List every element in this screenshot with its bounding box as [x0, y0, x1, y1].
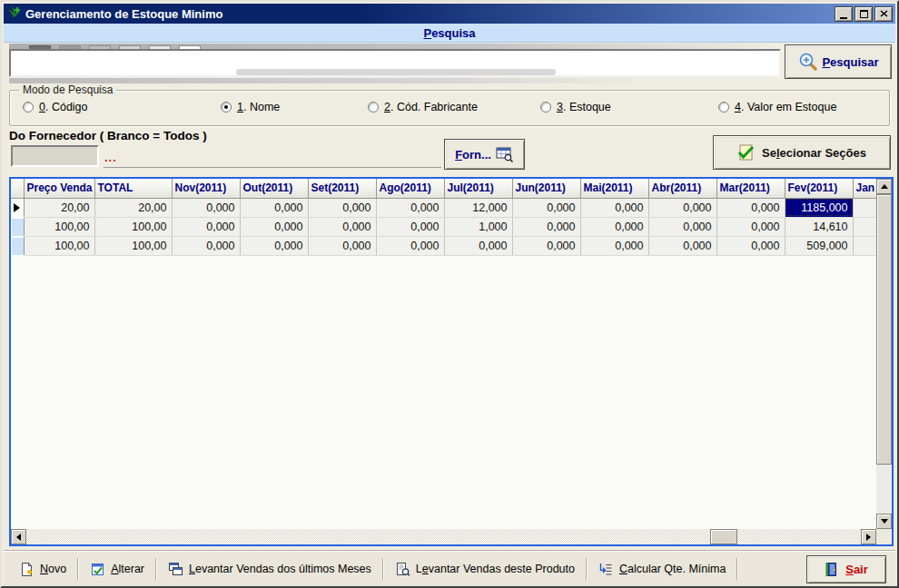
- forn-button[interactable]: Forn...: [444, 139, 525, 170]
- alterar-button[interactable]: Alterar: [84, 558, 151, 581]
- column-header[interactable]: Ago(2011): [376, 179, 444, 198]
- radio-option-estoque[interactable]: 3. Estoque: [540, 101, 611, 113]
- scroll-up-button[interactable]: [876, 179, 892, 194]
- calcular-qte-minima-button-label: Calcular Qte. Mínima: [619, 563, 726, 575]
- levantar-vendas-ultimos-meses-button[interactable]: Levantar Vendas dos últimos Meses: [162, 558, 378, 581]
- column-header[interactable]: Out(2011): [240, 179, 308, 198]
- grid-cell[interactable]: 509,000: [785, 236, 853, 255]
- radio-option-codigo[interactable]: 0. Código: [23, 101, 88, 113]
- grid-cell[interactable]: 0,000: [648, 217, 716, 236]
- row-indicator-cell[interactable]: [11, 198, 24, 217]
- selecionar-secoes-button[interactable]: Selecionar Seções: [713, 135, 891, 170]
- radio-button[interactable]: [368, 102, 379, 113]
- title-bar: Gerenciamento de Estoque Minimo: [4, 4, 895, 24]
- grid-cell[interactable]: 0,000: [580, 198, 648, 217]
- radio-button[interactable]: [540, 102, 551, 113]
- radio-option-valor-em-estoque-label: 4. Valor em Estoque: [735, 101, 836, 113]
- grid-cell[interactable]: 0,000: [308, 236, 376, 255]
- novo-button[interactable]: Novo: [13, 558, 73, 581]
- grid-cell[interactable]: [853, 236, 876, 255]
- horizontal-scrollbar[interactable]: [11, 529, 876, 544]
- column-header[interactable]: TOTAL: [94, 179, 172, 198]
- grid-cell[interactable]: 0,000: [716, 217, 785, 236]
- radio-button[interactable]: [23, 102, 34, 113]
- close-button[interactable]: [874, 6, 893, 22]
- scroll-down-button[interactable]: [876, 514, 892, 529]
- maximize-button[interactable]: [855, 6, 873, 22]
- scroll-right-button[interactable]: [861, 529, 876, 544]
- grid-cell[interactable]: 0,000: [648, 198, 716, 217]
- row-indicator-cell[interactable]: [11, 217, 24, 236]
- grid-cell[interactable]: 0,000: [580, 236, 648, 255]
- column-header[interactable]: Abr(2011): [648, 179, 716, 198]
- column-header[interactable]: Fev(2011): [785, 179, 853, 198]
- grid-cell[interactable]: 1,000: [444, 217, 512, 236]
- grid-cell[interactable]: [853, 217, 876, 236]
- scroll-left-button[interactable]: [11, 529, 26, 544]
- selecionar-secoes-label: Selecionar Seções: [762, 146, 866, 160]
- radio-option-valor-em-estoque[interactable]: 4. Valor em Estoque: [718, 101, 836, 113]
- grid-cell[interactable]: 0,000: [308, 198, 376, 217]
- plant-icon: [6, 6, 21, 21]
- grid-cell[interactable]: 100,00: [24, 236, 94, 255]
- grid-cell[interactable]: 100,00: [24, 217, 94, 236]
- fornecedor-input[interactable]: [11, 145, 99, 167]
- grid-cell[interactable]: 0,000: [512, 198, 580, 217]
- column-header[interactable]: Set(2011): [308, 179, 376, 198]
- column-header[interactable]: Jun(2011): [512, 179, 580, 198]
- row-indicator-cell[interactable]: [11, 236, 24, 255]
- input-scrollbar-thumb[interactable]: [236, 69, 556, 75]
- radio-button[interactable]: [221, 102, 232, 113]
- grid-cell[interactable]: [853, 198, 876, 217]
- data-grid: Preço VendaTOTALNov(2011)Out(2011)Set(20…: [9, 177, 894, 546]
- grid-cell[interactable]: 0,000: [716, 236, 785, 255]
- toolbar-separator: [586, 558, 588, 580]
- magnifier-plus-icon: [797, 51, 819, 73]
- column-header[interactable]: Mai(2011): [580, 179, 648, 198]
- radio-option-cod-fabricante[interactable]: 2. Cód. Fabricante: [368, 101, 478, 113]
- column-header[interactable]: Nov(2011): [172, 179, 240, 198]
- grid-cell[interactable]: 0,000: [376, 198, 444, 217]
- grid-cell[interactable]: 0,000: [240, 198, 308, 217]
- grid-cell[interactable]: 0,000: [512, 217, 580, 236]
- grid-cell[interactable]: 0,000: [240, 236, 308, 255]
- fornecedor-underline: [104, 167, 441, 168]
- grid-cell[interactable]: 20,00: [94, 198, 172, 217]
- column-header[interactable]: Mar(2011): [716, 179, 785, 198]
- grid-cell[interactable]: 0,000: [444, 236, 512, 255]
- grid-cell[interactable]: 100,00: [94, 217, 172, 236]
- column-header[interactable]: Jul(2011): [444, 179, 512, 198]
- grid-cell[interactable]: 0,000: [172, 236, 240, 255]
- radio-button[interactable]: [718, 102, 729, 113]
- radio-option-nome[interactable]: 1. Nome: [221, 101, 280, 113]
- grid-cell[interactable]: 0,000: [512, 236, 580, 255]
- v-scroll-thumb[interactable]: [876, 194, 892, 465]
- pesquisar-button[interactable]: Pesquisar: [785, 44, 892, 79]
- radio-option-estoque-label: 3. Estoque: [557, 101, 611, 113]
- grid-cell[interactable]: 0,000: [172, 217, 240, 236]
- h-scroll-thumb[interactable]: [710, 529, 737, 544]
- toolbar-separator: [736, 558, 738, 580]
- grid-cell[interactable]: 0,000: [376, 217, 444, 236]
- minimize-button[interactable]: [835, 6, 853, 22]
- grid-cell[interactable]: 0,000: [308, 217, 376, 236]
- grid-cell[interactable]: 0,000: [648, 236, 716, 255]
- selected-cell[interactable]: 1185,000: [785, 198, 853, 217]
- levantar-vendas-deste-produto-button[interactable]: Levantar Vendas deste Produto: [389, 558, 581, 581]
- grid-cell[interactable]: 0,000: [716, 198, 785, 217]
- grid-cell[interactable]: 100,00: [94, 236, 172, 255]
- grid-cell[interactable]: 0,000: [376, 236, 444, 255]
- column-header[interactable]: Preço Venda: [24, 179, 94, 198]
- column-header[interactable]: Jan: [853, 179, 876, 198]
- checkbox-icon: [90, 562, 105, 577]
- calcular-qte-minima-button[interactable]: Calcular Qte. Mínima: [592, 558, 732, 581]
- grid-cell[interactable]: 0,000: [580, 217, 648, 236]
- sair-button[interactable]: Sair: [806, 555, 886, 583]
- grid-cell[interactable]: 0,000: [240, 217, 308, 236]
- grid-cell[interactable]: 0,000: [172, 198, 240, 217]
- grid-cell[interactable]: 14,610: [785, 217, 853, 236]
- grid-cell[interactable]: 20,00: [24, 198, 94, 217]
- v-scroll-track[interactable]: [876, 465, 892, 514]
- grid-cell[interactable]: 12,000: [444, 198, 512, 217]
- vertical-scrollbar[interactable]: [876, 179, 892, 529]
